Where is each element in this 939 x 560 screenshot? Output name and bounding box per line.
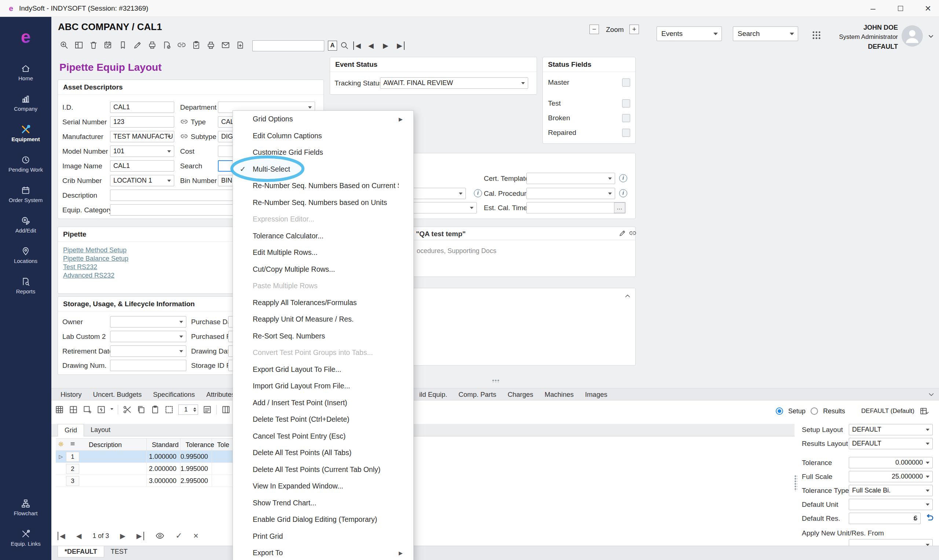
toolbar-search-input[interactable] [252,40,324,51]
context-menu-item[interactable]: Re-Sort Seq. Numbers [233,328,413,345]
tolerance-combo[interactable]: 0.000000 [849,457,933,468]
type-link-icon[interactable] [180,118,188,126]
context-menu-item[interactable]: ✓ Multi-Select [233,161,413,178]
maximize-button[interactable] [892,0,909,17]
events-dropdown[interactable]: Events [657,26,722,41]
context-menu-item[interactable]: Grid Options ▶ [233,111,413,128]
serial-field[interactable]: 123 [110,116,174,128]
subtype-link-icon[interactable] [180,132,188,140]
repaired-checkbox[interactable] [622,129,630,137]
table-row[interactable]: 3 3.000000 2.995000 [56,475,241,487]
sidebar-item-flowchart[interactable]: Flowchart [0,492,51,523]
drawing-num-field[interactable] [110,360,186,371]
detail-tab[interactable]: History [56,388,86,400]
grid-add-icon[interactable] [83,405,92,414]
context-menu-item[interactable]: Export Grid Layout To File... [233,361,413,378]
zoom-in-button[interactable]: + [630,25,639,34]
nav-last-button[interactable]: ▶ [397,42,405,50]
preview-eye-icon[interactable] [155,531,165,540]
table-row[interactable]: 2 2.000000 1.995000 [56,463,241,475]
cancel-x-button[interactable]: × [193,531,199,541]
copy-icon[interactable] [137,405,146,414]
row-number[interactable]: 2 [66,464,79,474]
cert-template-select[interactable] [526,173,615,184]
grid-actions-icon[interactable] [97,405,106,414]
context-menu-item[interactable]: Customize Grid Fields [233,144,413,161]
context-menu-item[interactable]: Edit Multiple Rows... [233,244,413,261]
grid-layout-tab[interactable]: Layout [84,424,117,436]
context-menu-item[interactable]: Enable Grid Dialog Editing (Temporary) [233,511,413,528]
detail-tab[interactable]: Machines [540,388,579,400]
cell-standard[interactable]: 2.000000 [147,463,180,475]
cell-description[interactable] [79,451,147,462]
context-menu-item[interactable]: Reapply All Tolerances/Formulas [233,294,413,311]
context-menu-item[interactable]: Delete Test Point (Ctrl+Delete) [233,411,413,428]
partial-select-1[interactable] [407,188,466,199]
col-standard[interactable]: Standard [147,438,180,450]
sidebar-item-home[interactable]: Home [0,57,51,88]
context-menu-item[interactable]: Convert Test Point Groups into Tabs... [233,345,413,361]
minimize-button[interactable]: – [864,0,882,17]
est-cal-time-field[interactable] [526,202,626,214]
table-row[interactable]: ▷ 1 1.000000 0.995000 [56,451,241,463]
context-menu-item[interactable]: Tolerance Calculator... [233,228,413,245]
print-icon[interactable] [206,40,216,50]
context-menu-item[interactable]: Export To ▶ [233,545,413,560]
clipboard-check-icon[interactable] [191,40,201,50]
row-menu-icon[interactable] [66,441,79,449]
grid-options-icon[interactable] [202,405,212,414]
link-icon[interactable] [177,40,186,50]
grid-columns-icon[interactable] [221,405,231,414]
manufacturer-select[interactable]: TEST MANUFACTU [110,131,174,142]
bookmark-icon[interactable] [118,40,128,50]
detail-tab[interactable]: Uncert. Budgets [88,388,147,400]
sidebar-item-company[interactable]: Company [0,88,51,118]
paste-icon[interactable] [150,405,160,414]
tolerance-type-select[interactable]: Full Scale Bi. [849,485,933,496]
apps-grid-icon[interactable] [811,30,822,40]
cell-tolerance[interactable]: 2.995000 [180,475,212,487]
full-scale-combo[interactable]: 25.000000 [849,471,933,482]
context-menu-item[interactable]: Cancel Test Point Entry (Esc) [233,428,413,445]
context-menu-item[interactable]: Re-Number Seq. Numbers Based on Current … [233,177,413,194]
document-badge-icon[interactable] [162,40,172,50]
search-icon[interactable] [340,41,349,50]
user-menu-chevron-icon[interactable] [927,32,935,40]
cell-description[interactable] [79,463,147,475]
edit-icon[interactable] [133,40,142,50]
context-menu-item[interactable]: Delete All Test Points (All Tabs) [233,445,413,462]
col-description[interactable]: Description [79,438,147,450]
col-tolerance[interactable]: Tolerance [180,438,212,450]
grid-view-icon[interactable] [55,405,64,414]
grid-split-icon[interactable] [69,405,78,414]
context-menu-item[interactable]: Cut/Copy Multiple Rows... [233,261,413,278]
owner-select[interactable] [110,316,186,328]
layout-selector-value[interactable]: DEFAULT (Default) [861,408,914,415]
row-number[interactable]: 3 [66,476,79,486]
partial-select-2[interactable] [407,202,477,214]
sidebar-item-order-system[interactable]: Order System [0,179,51,209]
image-name-field[interactable]: CAL1 [110,160,174,172]
pager-prev-button[interactable]: ◀ [76,532,82,540]
cal-procedure-select[interactable] [526,188,615,199]
undo-icon[interactable] [924,513,934,523]
partial-info-icon[interactable]: i [474,189,482,197]
retirement-date-select[interactable] [110,345,186,357]
panel-splitter-grip[interactable] [794,475,797,491]
context-menu-item[interactable]: Print Grid [233,528,413,545]
results-radio[interactable] [811,408,818,415]
context-menu-item[interactable]: Delete All Test Points (Current Tab Only… [233,462,413,478]
cell-standard[interactable]: 1.000000 [147,451,180,462]
nav-first-button[interactable]: ◀ [353,42,361,50]
est-cal-time-browse-button[interactable]: … [614,202,625,213]
context-menu-item[interactable]: Edit Column Captions [233,128,413,145]
sidebar-item-reports[interactable]: Reports [0,270,51,301]
cert-template-info-icon[interactable]: i [619,174,627,182]
cell-tolerance[interactable]: 0.995000 [180,451,212,462]
pager-next-button[interactable]: ▶ [120,532,125,540]
sheet-tab[interactable]: TEST [104,546,134,557]
edit-template-icon[interactable] [619,229,627,237]
default-unit-select[interactable] [849,499,933,510]
row-count-spinner[interactable]: 1 [178,405,198,415]
context-menu-item[interactable]: Import Grid Layout From File... [233,378,413,395]
